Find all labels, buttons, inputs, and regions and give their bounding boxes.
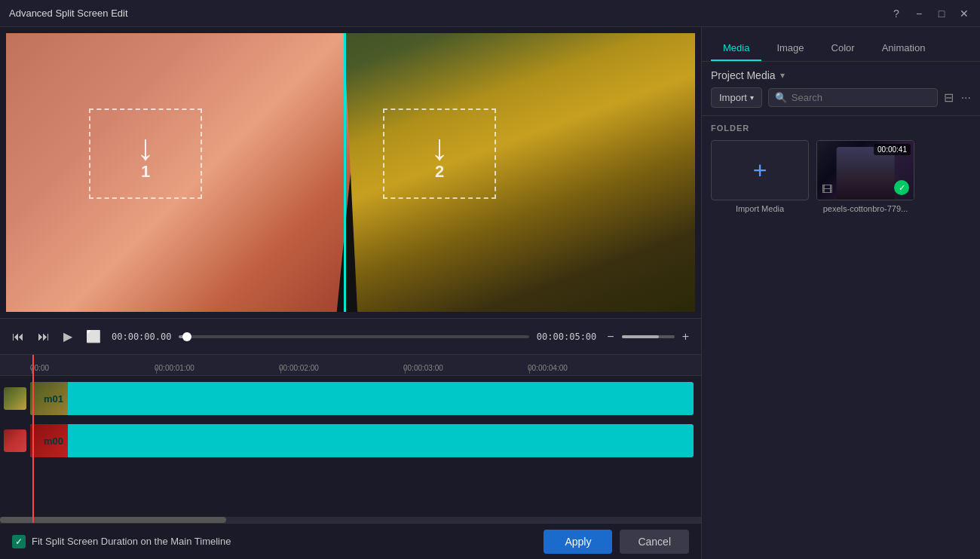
import-media-thumb[interactable]: +: [711, 140, 809, 200]
search-row: Import ▾ 🔍 ⊟ ···: [711, 87, 971, 108]
timeline-scrollbar-thumb[interactable]: [0, 517, 226, 523]
track-row: m00: [0, 421, 701, 460]
volume-minus-icon[interactable]: −: [604, 327, 617, 347]
play-button[interactable]: ▶: [60, 326, 75, 347]
volume-plus-icon[interactable]: +: [679, 327, 692, 347]
track-row: m01: [0, 379, 701, 418]
drop-zone-2[interactable]: ↓ 2: [383, 108, 496, 199]
frame-back-button[interactable]: ⏭: [35, 327, 53, 347]
ruler-marks: 00:00 00:00:01:00 00:00:02:00 00:00:03:0…: [32, 364, 654, 372]
tab-bar: Media Image Color Animation: [702, 27, 980, 62]
progress-handle[interactable]: [182, 332, 191, 341]
maximize-button[interactable]: □: [935, 7, 948, 20]
track-label-m01: m01: [44, 393, 63, 405]
window-controls: ? − □ ✕: [890, 7, 971, 20]
help-button[interactable]: ?: [890, 7, 903, 20]
import-label: Import: [719, 92, 747, 103]
more-options-icon[interactable]: ···: [961, 91, 971, 105]
tab-media[interactable]: Media: [711, 36, 761, 61]
titlebar: Advanced Split Screen Edit ? − □ ✕: [0, 0, 980, 27]
track-thumbnail-m00: [4, 429, 26, 452]
video-media-item[interactable]: 00:00:41 🎞 ✓ pexels-cottonbro-779...: [816, 140, 914, 213]
drop-arrow-1: ↓ 1: [136, 127, 155, 182]
track-icon-m01: [0, 387, 30, 410]
playhead-line: [32, 355, 34, 523]
drop-zone-1[interactable]: ↓ 1: [89, 108, 202, 199]
import-media-label: Import Media: [736, 204, 784, 213]
checkmark-icon: ✓: [15, 536, 23, 547]
film-icon: 🎞: [822, 183, 832, 195]
filter-icon[interactable]: ⊟: [944, 90, 954, 105]
fit-checkbox[interactable]: ✓: [12, 535, 26, 548]
fit-checkbox-wrap: ✓ Fit Split Screen Duration on the Main …: [12, 535, 231, 548]
track-label-m00: m00: [44, 435, 63, 447]
dropdown-label: Project Media: [711, 69, 776, 81]
drop-arrow-2: ↓ 2: [430, 127, 449, 182]
preview-canvas: ↓ 1 ↓ 2: [6, 33, 695, 312]
ruler-mark-4: 00:00:04:00: [529, 364, 654, 372]
track-thumbnail-m01: [4, 387, 26, 410]
folder-label: FOLDER: [711, 124, 971, 133]
tab-color[interactable]: Color: [819, 36, 867, 61]
fullscreen-button[interactable]: ⬜: [83, 326, 104, 347]
track-list: m01 m00: [0, 376, 701, 460]
current-time: 00:00:00.00: [112, 331, 171, 342]
ruler-mark-2: 00:00:02:00: [280, 364, 405, 372]
search-box: 🔍: [768, 88, 938, 107]
track-body-m00[interactable]: m00: [30, 424, 694, 457]
apply-button[interactable]: Apply: [544, 530, 612, 554]
video-media-thumb[interactable]: 00:00:41 🎞 ✓: [816, 140, 914, 200]
import-button[interactable]: Import ▾: [711, 87, 762, 108]
search-input[interactable]: [792, 92, 931, 103]
minimize-button[interactable]: −: [912, 7, 926, 20]
dropdown-row: Project Media ▾: [711, 69, 971, 81]
volume-fill: [622, 335, 659, 338]
folder-section: FOLDER + Import Media 00:00:41: [702, 116, 980, 559]
video-media-label: pexels-cottonbro-779...: [823, 204, 908, 213]
import-chevron-icon: ▾: [750, 93, 754, 102]
import-media-item[interactable]: + Import Media: [711, 140, 809, 213]
volume-slider[interactable]: [622, 335, 675, 338]
ruler-mark-3: 00:00:03:00: [405, 364, 529, 372]
left-panel: ↓ 1 ↓ 2 ⏮ ⏭ ▶ ⬜ 00:00:00.00: [0, 27, 701, 559]
tab-image[interactable]: Image: [764, 36, 816, 61]
right-panel: Media Image Color Animation Project Medi…: [701, 27, 980, 559]
preview-area: ↓ 1 ↓ 2: [6, 33, 695, 312]
chevron-down-icon: ▾: [780, 70, 785, 81]
video-duration-badge: 00:00:41: [874, 144, 911, 155]
ruler-mark-0: 00:00: [32, 364, 156, 372]
track-icon-m00: [0, 429, 30, 452]
cancel-button[interactable]: Cancel: [620, 530, 689, 554]
app-title: Advanced Split Screen Edit: [9, 8, 128, 19]
playback-controls: ⏮ ⏭ ▶ ⬜ 00:00:00.00 00:00:05:00 − +: [0, 318, 701, 354]
media-grid: + Import Media 00:00:41 🎞 ✓ pexels-cotto…: [711, 140, 971, 213]
split-divider: [344, 33, 346, 312]
bottom-actions: Apply Cancel: [544, 530, 689, 554]
main-layout: ↓ 1 ↓ 2 ⏮ ⏭ ▶ ⬜ 00:00:00.00: [0, 27, 980, 559]
track-body-m01[interactable]: m01: [30, 382, 694, 415]
tab-animation[interactable]: Animation: [870, 36, 938, 61]
video-selected-icon: ✓: [894, 180, 909, 195]
bottom-bar: ✓ Fit Split Screen Duration on the Main …: [0, 523, 701, 559]
timeline-area: 00:00 00:00:01:00 00:00:02:00 00:00:03:0…: [0, 354, 701, 523]
search-icon: 🔍: [775, 92, 787, 103]
close-button[interactable]: ✕: [957, 7, 971, 20]
project-media-dropdown[interactable]: Project Media ▾: [711, 69, 785, 81]
plus-icon: +: [753, 157, 767, 185]
fit-label: Fit Split Screen Duration on the Main Ti…: [32, 536, 231, 547]
ruler-mark-1: 00:00:01:00: [156, 364, 280, 372]
progress-bar[interactable]: [179, 335, 528, 338]
end-time: 00:00:05:00: [537, 331, 596, 342]
toolbar-icons: ⊟ ···: [944, 90, 971, 105]
media-toolbar: Project Media ▾ Import ▾ 🔍 ⊟ ···: [702, 62, 980, 116]
timeline-ruler: 00:00 00:00:01:00 00:00:02:00 00:00:03:0…: [0, 355, 701, 376]
timeline-scrollbar[interactable]: [0, 517, 701, 523]
skip-back-button[interactable]: ⏮: [9, 327, 27, 347]
volume-wrap: − +: [604, 327, 692, 347]
